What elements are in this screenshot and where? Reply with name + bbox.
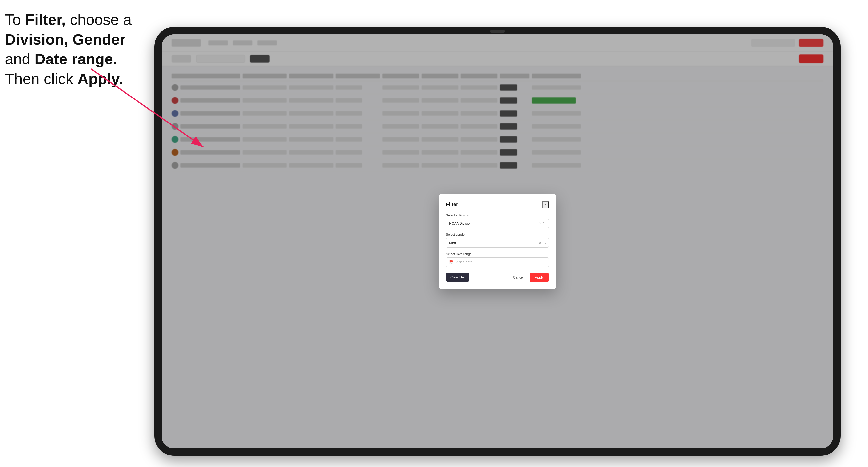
gender-clear-icon[interactable]: × <box>539 241 541 245</box>
modal-title: Filter <box>446 201 458 207</box>
gender-label: Select gender <box>446 233 549 237</box>
clear-filter-button[interactable]: Clear filter <box>446 273 469 282</box>
division-label: Select a division <box>446 213 549 217</box>
filter-modal: Filter × Select a division NCAA Division… <box>439 194 556 289</box>
cancel-button[interactable]: Cancel <box>510 274 527 281</box>
instruction-text: To Filter, choose a Division, Gender and… <box>5 10 132 89</box>
instruction-bold2: Division, Gender <box>5 31 126 48</box>
modal-footer: Clear filter Cancel Apply <box>446 273 549 282</box>
date-label: Select Date range <box>446 252 549 256</box>
tablet-frame: Filter × Select a division NCAA Division… <box>154 27 841 456</box>
calendar-icon: 📅 <box>449 260 453 264</box>
instruction-line3: and Date range. <box>5 51 117 67</box>
instruction-line1: To Filter, choose a <box>5 11 132 28</box>
date-placeholder: Pick a date <box>455 260 472 264</box>
gender-select-wrapper: Men × ⌃⌄ <box>446 238 549 248</box>
gender-select-icons: × ⌃⌄ <box>539 241 547 245</box>
apply-button[interactable]: Apply <box>530 273 549 282</box>
division-clear-icon[interactable]: × <box>539 221 541 225</box>
gender-select[interactable]: Men <box>446 238 549 248</box>
date-picker[interactable]: 📅 Pick a date <box>446 257 549 267</box>
division-select-icons: × ⌃⌄ <box>539 221 547 225</box>
tablet-notch <box>490 30 505 33</box>
date-form-group: Select Date range 📅 Pick a date <box>446 252 549 267</box>
modal-header: Filter × <box>446 201 549 208</box>
modal-close-button[interactable]: × <box>542 201 549 208</box>
division-select-wrapper: NCAA Division I × ⌃⌄ <box>446 219 549 228</box>
gender-form-group: Select gender Men × ⌃⌄ <box>446 233 549 248</box>
modal-overlay: Filter × Select a division NCAA Division… <box>162 34 833 448</box>
division-select[interactable]: NCAA Division I <box>446 219 549 228</box>
tablet-screen: Filter × Select a division NCAA Division… <box>162 34 833 448</box>
instruction-line4: Then click Apply. <box>5 70 123 87</box>
footer-right: Cancel Apply <box>510 273 549 282</box>
division-form-group: Select a division NCAA Division I × ⌃⌄ <box>446 213 549 228</box>
division-chevron-icon[interactable]: ⌃⌄ <box>542 222 547 225</box>
gender-chevron-icon[interactable]: ⌃⌄ <box>542 241 547 245</box>
